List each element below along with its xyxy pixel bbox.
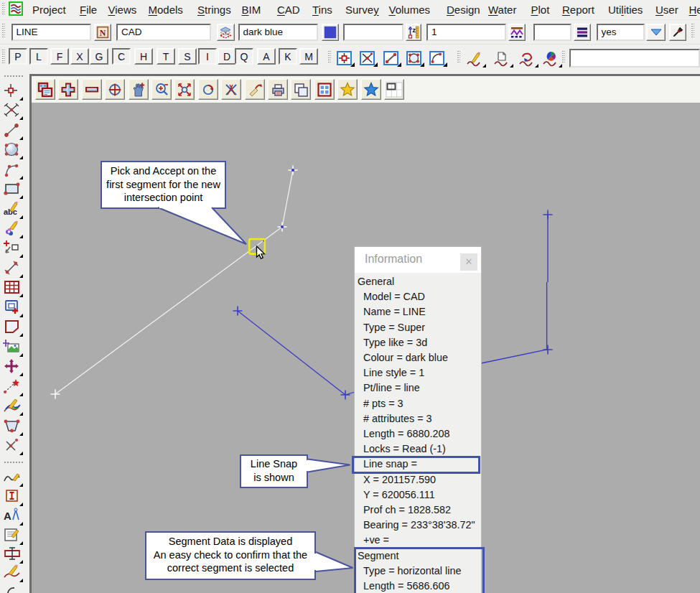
svg-text:N: N xyxy=(100,28,106,38)
svg-text:abc: abc xyxy=(4,207,17,216)
svg-text:z: z xyxy=(412,27,416,34)
svg-text:A: A xyxy=(4,510,11,522)
